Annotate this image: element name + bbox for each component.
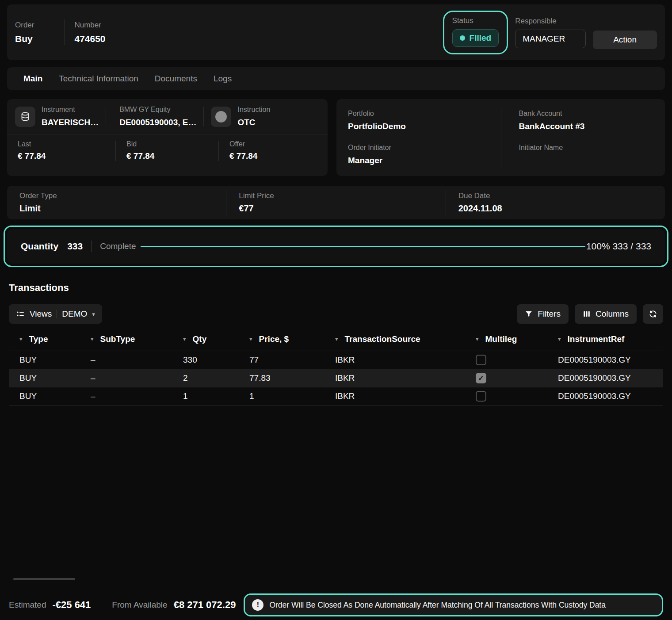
quantity-value: 333 [67,241,83,252]
multileg-checkbox[interactable]: ✓ [476,355,486,365]
estimated-label: Estimated [9,600,46,610]
horizontal-scrollbar-thumb[interactable] [13,578,75,580]
filter-funnel-icon [525,310,533,318]
order-label: Order [15,21,34,30]
cell-subtype: – [91,355,183,365]
account-panel: Portfolio PortfolioDemo Bank Account Ban… [336,99,665,176]
column-header-transaction-source: ▾ TransactionSource [335,334,476,344]
transactions-title: Transactions [9,282,663,294]
column-label: SubType [100,334,135,344]
sort-caret-icon[interactable]: ▾ [558,336,561,342]
sort-caret-icon[interactable]: ▾ [249,336,252,342]
columns-button[interactable]: Columns [575,304,637,324]
cell-price: 77 [249,355,335,365]
cell-multileg: ✓ [476,391,558,402]
filters-button[interactable]: Filters [517,304,569,324]
footer-bar: Estimated -€25 641 From Available €8 271… [0,593,672,616]
column-header-multileg: ▾ Multileg [476,334,558,344]
tab-logs[interactable]: Logs [214,74,232,84]
cell-multileg: ✓ [476,373,558,383]
column-label: InstrumentRef [568,334,625,344]
tab-documents[interactable]: Documents [155,74,197,84]
views-list-icon [16,310,25,318]
status-label: Status [452,16,499,25]
column-header-instrument-ref: ▾ InstrumentRef [558,334,653,344]
status-highlight: Status Filled [443,11,508,54]
sort-caret-icon[interactable]: ▾ [91,336,94,342]
status-dot-icon [460,35,465,41]
sort-caret-icon[interactable]: ▾ [19,336,23,342]
table-header-row: ▾ Type ▾ SubType ▾ Qty ▾ Price, $ ▾ Tran… [9,327,663,351]
offer-value: € 77.84 [229,151,257,161]
instrument-row: Instrument BAYERISCH… BMW GY Equity DE00… [7,99,328,134]
order-value: Buy [15,34,34,44]
refresh-button[interactable] [643,304,663,324]
sort-caret-icon[interactable]: ▾ [476,336,479,342]
column-label: Type [29,334,48,344]
cell-type: BUY [19,373,91,383]
column-label: TransactionSource [345,334,420,344]
responsible-label: Responsible [515,17,586,26]
estimated-value: -€25 641 [52,599,91,611]
tab-main[interactable]: Main [23,74,42,84]
notification-text: Order Will Be Closed As Done Automatical… [269,600,606,610]
instruction-value: OTC [237,118,270,127]
tab-bar: Main Technical Information Documents Log… [7,67,665,90]
column-header-qty: ▾ Qty [183,334,249,344]
cell-qty: 330 [183,355,249,365]
header-actions: Status Filled Responsible MANAGER Action [443,11,657,54]
responsible-select[interactable]: MANAGER [515,30,586,48]
order-type-value: Limit [19,203,226,214]
alert-icon: ! [252,599,263,611]
sort-caret-icon[interactable]: ▾ [335,336,338,342]
cell-source: IBKR [335,355,476,365]
table-row[interactable]: BUY – 2 77.83 IBKR ✓ DE0005190003.GY [9,369,663,387]
number-value: 474650 [74,34,105,44]
column-header-type: ▾ Type [19,334,91,344]
cell-price: 1 [249,391,335,401]
multileg-checkbox[interactable]: ✓ [476,373,486,383]
responsible-field: Responsible MANAGER [515,17,586,48]
order-type-field: Order Type Limit [7,190,226,215]
sort-caret-icon[interactable]: ▾ [183,336,186,342]
table-row[interactable]: BUY – 330 77 IBKR ✓ DE0005190003.GY [9,351,663,369]
order-initiator-field: Order Initiator Manager [348,144,507,165]
bid-label: Bid [126,140,218,148]
column-label: Multileg [485,334,517,344]
cell-instrument-ref: DE0005190003.GY [558,373,653,383]
quantity-status: Complete [100,241,136,251]
last-value: € 77.84 [18,151,115,161]
divider [57,310,57,318]
multileg-checkbox[interactable]: ✓ [476,391,486,402]
due-date-value: 2024.11.08 [458,203,665,214]
quantity-highlight: Quantity 333 Complete 100% 333 / 333 [4,226,668,267]
portfolio-label: Portfolio [348,110,507,118]
cell-source: IBKR [335,391,476,401]
progress-text: 100% 333 / 333 [586,241,651,252]
last-field: Last € 77.84 [7,140,115,161]
offer-label: Offer [229,140,257,148]
initiator-name-field: Initiator Name [507,144,665,165]
cell-instrument-ref: DE0005190003.GY [558,355,653,365]
divider [106,107,106,126]
table-row[interactable]: BUY – 1 1 IBKR ✓ DE0005190003.GY [9,387,663,406]
bank-account-value: BankAccount #3 [519,122,665,131]
divider [203,107,204,126]
action-button[interactable]: Action [593,31,657,49]
number-label: Number [74,21,105,30]
views-dropdown[interactable]: Views DEMO ▾ [9,304,102,324]
chevron-down-icon: ▾ [92,311,95,317]
info-panels: Instrument BAYERISCH… BMW GY Equity DE00… [7,99,665,176]
instrument-value: BAYERISCH… [42,118,99,127]
tab-technical-information[interactable]: Technical Information [59,74,138,84]
responsible-value: MANAGER [523,34,565,44]
limit-price-label: Limit Price [239,191,445,200]
cell-qty: 1 [183,391,249,401]
cell-source: IBKR [335,373,476,383]
status-badge: Filled [452,29,499,47]
offer-field: Offer € 77.84 [219,140,257,161]
transactions-table: ▾ Type ▾ SubType ▾ Qty ▾ Price, $ ▾ Tran… [9,327,663,406]
due-date-field: Due Date 2024.11.08 [446,190,665,215]
table-body: BUY – 330 77 IBKR ✓ DE0005190003.GY BUY … [9,351,663,406]
cell-subtype: – [91,391,183,401]
